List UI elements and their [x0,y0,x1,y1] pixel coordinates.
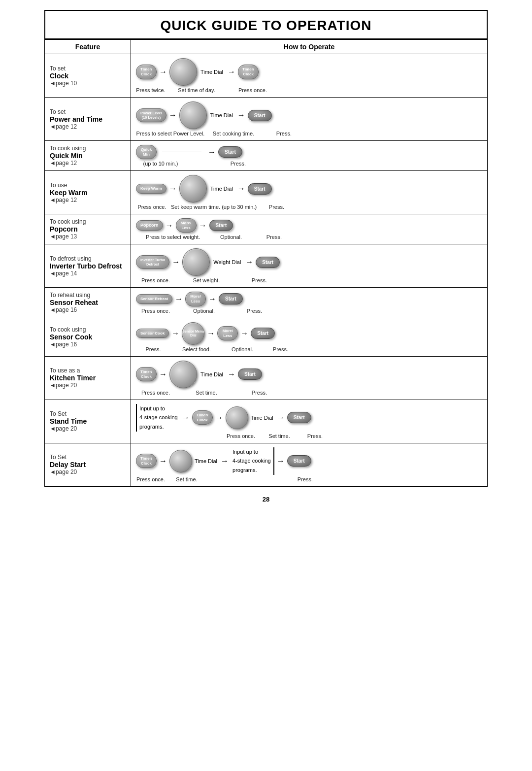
lbl-press-select-weight-popcorn: Press to select weight. [136,234,210,240]
feature-pre-keepwarm: To use [50,182,126,189]
brace-line2-delay: 4-stage cooking [233,456,271,466]
time-dial-btn-kitchen[interactable] [169,361,197,388]
arrow-15: → [207,329,215,338]
inverter-turbo-btn[interactable]: Inverter TurboDefrost [136,255,169,269]
sensor-reheat-btn[interactable]: Sensor Reheat [136,294,172,304]
timer-clock-btn-1[interactable]: Timer/Clock [136,65,157,79]
col-feature-header: Feature [45,40,131,54]
feature-name-standtime: Stand Time [50,417,126,425]
how-cell-quickmin: QuickMin → Start (up to 10 min.) Press. [131,141,488,171]
brace-line1-delay: Input up to [233,447,271,457]
feature-name-sensorreheat: Sensor Reheat [50,299,126,306]
popcorn-btn[interactable]: Popcorn [136,220,163,231]
table-row: To reheat using Sensor Reheat ◄page 16 S… [45,288,488,318]
how-cell-clock: Timer/Clock → Time Dial → Timer/Clock Pr… [131,54,488,98]
more-less-btn-popcorn[interactable]: More/Less [176,218,197,233]
time-dial-label-delay: Time Dial [195,458,217,464]
start-btn-defrost[interactable]: Start [256,257,280,268]
lbl-press-select-power: Press to select Power Level. [136,131,205,136]
arrow-20: → [215,413,223,422]
feature-page-kitchentimer: ◄page 20 [50,382,126,389]
how-cell-defrost: Inverter TurboDefrost → Weight Dial → St… [131,244,488,288]
more-less-btn-sensorcook[interactable]: More/Less [217,326,238,340]
lbl-press-keepwarm: Press. [260,204,284,210]
time-dial-btn-3[interactable] [179,175,207,202]
line-quickmin [162,152,201,152]
more-less-btn-reheat[interactable]: More/Less [185,292,206,306]
lbl-set-time-stand: Set time. [262,433,297,439]
table-row: To cook using Popcorn ◄page 13 Popcorn →… [45,214,488,244]
brace-line1-standtime: Input up to [139,404,178,413]
start-btn-popcorn[interactable]: Start [209,220,233,231]
start-btn-stand[interactable]: Start [287,412,311,423]
timer-clock-btn-kitchen[interactable]: Timer/Clock [136,367,157,381]
feature-page-sensorcook: ◄page 16 [50,341,126,348]
time-dial-btn-delay[interactable] [169,450,192,472]
time-dial-btn-2[interactable] [179,101,207,129]
keep-warm-btn[interactable]: Keep Warm [136,184,166,194]
lbl-optional-reheat: Optional. [177,308,231,314]
start-btn-power[interactable]: Start [248,110,272,121]
feature-name-delaystart: Delay Start [50,461,126,469]
feature-cell-keepwarm: To use Keep Warm ◄page 12 [45,171,131,214]
arrow-17: → [159,370,167,379]
arrow-8: → [166,221,173,230]
time-dial-btn-stand[interactable] [226,406,248,429]
feature-cell-quickmin: To cook using Quick Min ◄page 12 [45,141,131,171]
time-dial-label-1: Time Dial [200,69,223,75]
how-cell-standtime: Input up to 4-stage cooking programs. → … [131,400,488,443]
power-level-btn[interactable]: Power Level(10 Levels) [136,108,166,122]
feature-cell-sensorcook: To cook using Sensor Cook ◄page 16 [45,318,131,356]
timer-clock-btn-2[interactable]: Timer/Clock [238,65,259,79]
arrow-5: → [208,148,216,157]
time-dial-label-stand: Time Dial [251,415,273,421]
lbl-press-once-kitchen: Press once. [136,390,175,396]
col-how-header: How to Operate [131,40,488,54]
arrow-7: → [237,184,245,193]
feature-cell-clock: To set Clock ◄page 10 [45,54,131,98]
weight-dial-btn[interactable] [182,248,210,276]
arrow-21: → [277,413,285,422]
lbl-set-cooking-time: Set cooking time. [206,131,261,136]
lbl-select-food: Select food. [172,346,221,352]
feature-cell-kitchentimer: To use as a Kitchen Timer ◄page 20 [45,356,131,400]
sensor-menu-dial-btn[interactable]: Sensor MenuDial [182,322,204,345]
start-btn-delay[interactable]: Start [287,455,311,467]
lbl-press-once-delay: Press once. [136,476,166,482]
sensor-cook-btn[interactable]: Sensor Cook [136,329,169,338]
arrow-6: → [169,184,177,193]
page-title: QUICK GUIDE TO OPERATION [44,10,488,39]
arrow-1: → [159,67,167,76]
table-row: To cook using Sensor Cook ◄page 16 Senso… [45,318,488,356]
feature-pre-defrost: To defrost using [50,255,126,262]
how-cell-sensorreheat: Sensor Reheat → More/Less → Start Press … [131,288,488,318]
arrow-10: → [172,258,180,267]
feature-cell-delaystart: To Set Delay Start ◄page 20 [45,443,131,486]
feature-pre-clock: To set [50,65,126,72]
feature-name-defrost: Inverter Turbo Defrost [50,262,126,270]
how-cell-delaystart: Timer/Clock → Time Dial → Input up to 4-… [131,443,488,486]
feature-name-quickmin: Quick Min [50,152,126,160]
start-btn-keepwarm[interactable]: Start [248,183,272,195]
brace-line3-standtime: programs. [139,422,178,432]
timer-clock-btn-stand[interactable]: Timer/Clock [192,410,213,425]
start-btn-quickmin[interactable]: Start [218,146,242,158]
feature-page-quickmin: ◄page 12 [50,160,126,167]
start-btn-kitchen[interactable]: Start [238,369,262,380]
start-btn-sensorreheat[interactable]: Start [219,293,243,304]
quick-min-btn[interactable]: QuickMin [136,145,157,159]
start-btn-sensorcook[interactable]: Start [251,328,275,339]
feature-pre-quickmin: To cook using [50,145,126,152]
how-cell-sensorcook: Sensor Cook → Sensor MenuDial → More/Les… [131,318,488,356]
arrow-22: → [159,457,167,466]
time-dial-label-2: Time Dial [210,112,233,118]
brace-line3-delay: programs. [233,466,271,475]
how-cell-keepwarm: Keep Warm → Time Dial → Start Press once… [131,171,488,214]
feature-pre-standtime: To Set [50,410,126,417]
feature-page-defrost: ◄page 14 [50,270,126,277]
lbl-set-time-delay: Set time. [167,476,206,482]
time-dial-btn-1[interactable] [169,58,197,86]
timer-clock-btn-delay[interactable]: Timer/Clock [136,454,157,468]
how-cell-power: Power Level(10 Levels) → Time Dial → Sta… [131,98,488,141]
arrow-11: → [245,258,253,267]
